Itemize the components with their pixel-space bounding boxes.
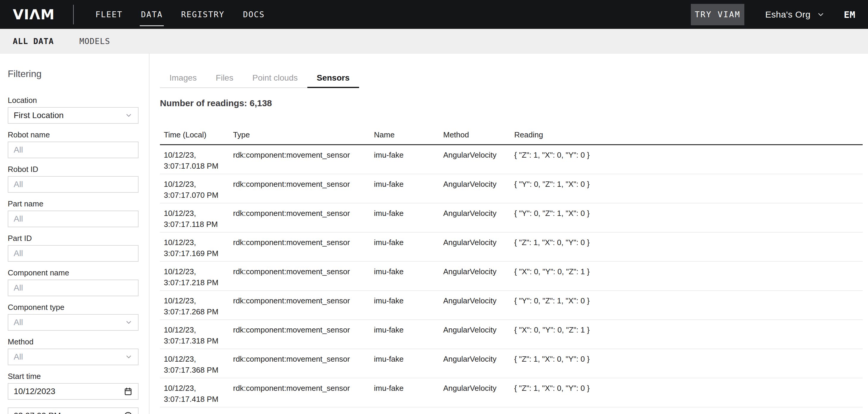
tab-sensors[interactable]: Sensors (307, 64, 360, 87)
table-header: Time (Local) Type Name Method Reading (160, 130, 863, 145)
top-nav-right: TRY VIAM Esha's Org EM (691, 4, 868, 25)
filter-group-method: Method All (8, 337, 138, 365)
start-date-input[interactable]: 10/12/2023 (8, 383, 138, 400)
robot-id-label: Robot ID (8, 165, 138, 174)
nav-item-data[interactable]: DATA (141, 8, 163, 21)
filter-group-component-name: Component name (8, 268, 138, 296)
nav-divider (73, 5, 74, 24)
tab-models[interactable]: MODELS (80, 37, 110, 46)
cell-time: 10/12/23,3:07:17.418 PM (164, 383, 233, 405)
column-header-type: Type (233, 130, 374, 140)
part-name-label: Part name (8, 199, 138, 208)
nav-item-fleet[interactable]: FLEET (95, 8, 122, 21)
table-row: 10/12/23,3:07:17.018 PM rdk:component:mo… (160, 145, 863, 174)
cell-method: AngularVelocity (443, 383, 514, 394)
filter-group-start-time: Start time 10/12/2023 03:07:00 PM (8, 372, 138, 414)
cell-type: rdk:component:movement_sensor (233, 295, 374, 306)
location-label: Location (8, 96, 138, 105)
component-name-label: Component name (8, 268, 138, 277)
primary-nav: FLEET DATA REGISTRY DOCS (95, 8, 265, 21)
column-header-method: Method (443, 130, 514, 140)
cell-name: imu-fake (374, 237, 443, 248)
method-value: All (14, 352, 125, 362)
nav-item-registry[interactable]: REGISTRY (181, 8, 224, 21)
chevron-down-icon (125, 319, 132, 326)
calendar-icon[interactable] (124, 387, 132, 396)
avatar[interactable]: EM (844, 9, 856, 20)
cell-name: imu-fake (374, 266, 443, 277)
tab-point-clouds[interactable]: Point clouds (243, 64, 307, 87)
component-name-input[interactable] (8, 279, 138, 296)
start-date-value: 10/12/2023 (14, 387, 124, 396)
start-time-value: 03:07:00 PM (14, 411, 124, 414)
column-header-time: Time (Local) (164, 130, 233, 140)
cell-reading: { "X": 0, "Y": 0, "Z": 1 } (514, 324, 863, 335)
robot-id-input[interactable] (8, 176, 138, 193)
org-name: Esha's Org (765, 9, 810, 20)
nav-item-docs[interactable]: DOCS (243, 8, 265, 21)
tab-images[interactable]: Images (160, 64, 206, 87)
sensor-readings-table: Time (Local) Type Name Method Reading 10… (160, 130, 863, 408)
method-label: Method (8, 337, 138, 346)
robot-name-input[interactable] (8, 142, 138, 158)
org-switcher[interactable]: Esha's Org (765, 9, 825, 20)
cell-method: AngularVelocity (443, 324, 514, 335)
part-name-input[interactable] (8, 211, 138, 227)
table-row: 10/12/23,3:07:17.169 PM rdk:component:mo… (160, 233, 863, 262)
data-panel: Images Files Point clouds Sensors Number… (150, 54, 868, 414)
chevron-down-icon (125, 112, 132, 119)
filter-group-robot-name: Robot name (8, 130, 138, 158)
cell-method: AngularVelocity (443, 150, 514, 160)
viam-logo[interactable]: VIΛM (13, 6, 55, 23)
filter-group-part-name: Part name (8, 199, 138, 227)
cell-method: AngularVelocity (443, 354, 514, 365)
cell-reading: { "X": 0, "Y": 0, "Z": 1 } (514, 266, 863, 277)
filter-group-robot-id: Robot ID (8, 165, 138, 193)
table-row: 10/12/23,3:07:17.318 PM rdk:component:mo… (160, 320, 863, 349)
cell-method: AngularVelocity (443, 208, 514, 219)
cell-method: AngularVelocity (443, 237, 514, 248)
cell-type: rdk:component:movement_sensor (233, 383, 374, 394)
filter-group-location: Location First Location (8, 96, 138, 124)
cell-method: AngularVelocity (443, 295, 514, 306)
start-time-input[interactable]: 03:07:00 PM (8, 408, 138, 414)
filter-sidebar: Filtering Location First Location Robot … (0, 54, 150, 414)
cell-time: 10/12/23,3:07:17.318 PM (164, 324, 233, 347)
cell-type: rdk:component:movement_sensor (233, 266, 374, 277)
component-type-label: Component type (8, 303, 138, 312)
readings-count: Number of readings: 6,138 (160, 98, 863, 108)
tab-files[interactable]: Files (206, 64, 243, 87)
part-id-input[interactable] (8, 245, 138, 262)
cell-type: rdk:component:movement_sensor (233, 354, 374, 365)
cell-time: 10/12/23,3:07:17.118 PM (164, 208, 233, 230)
filter-group-part-id: Part ID (8, 234, 138, 262)
try-viam-button[interactable]: TRY VIAM (691, 4, 744, 25)
column-header-reading: Reading (514, 130, 863, 140)
cell-type: rdk:component:movement_sensor (233, 237, 374, 248)
cell-name: imu-fake (374, 354, 443, 365)
clock-icon[interactable] (124, 411, 132, 414)
cell-reading: { "Z": 1, "X": 0, "Y": 0 } (514, 237, 863, 248)
table-row: 10/12/23,3:07:17.118 PM rdk:component:mo… (160, 203, 863, 233)
component-type-select[interactable]: All (8, 314, 138, 331)
tab-all-data[interactable]: ALL DATA (13, 37, 54, 46)
location-value: First Location (14, 111, 125, 120)
part-id-label: Part ID (8, 234, 138, 243)
cell-type: rdk:component:movement_sensor (233, 324, 374, 335)
cell-time: 10/12/23,3:07:17.368 PM (164, 354, 233, 376)
cell-time: 10/12/23,3:07:17.268 PM (164, 295, 233, 317)
method-select[interactable]: All (8, 349, 138, 365)
cell-name: imu-fake (374, 295, 443, 306)
cell-type: rdk:component:movement_sensor (233, 179, 374, 190)
cell-name: imu-fake (374, 179, 443, 190)
cell-method: AngularVelocity (443, 179, 514, 190)
cell-reading: { "Z": 1, "X": 0, "Y": 0 } (514, 383, 863, 394)
sub-nav: ALL DATA MODELS (0, 29, 868, 54)
cell-reading: { "Z": 1, "X": 0, "Y": 0 } (514, 150, 863, 160)
table-row: 10/12/23,3:07:17.418 PM rdk:component:mo… (160, 378, 863, 408)
component-type-value: All (14, 318, 125, 327)
cell-reading: { "Y": 0, "Z": 1, "X": 0 } (514, 295, 863, 306)
chevron-down-icon (816, 10, 825, 19)
cell-time: 10/12/23,3:07:17.070 PM (164, 179, 233, 201)
location-select[interactable]: First Location (8, 107, 138, 124)
